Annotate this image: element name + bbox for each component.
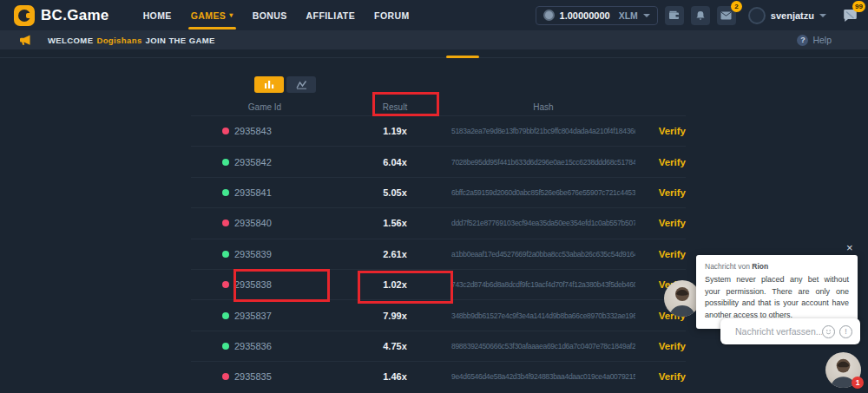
bcgame-logo-icon [14, 5, 35, 26]
status-dot [222, 128, 229, 134]
status-dot [222, 251, 229, 258]
result-value: 1.19x [339, 126, 451, 136]
bell-icon [695, 10, 706, 21]
game-id: 2935836 [234, 341, 272, 351]
game-id: 2935835 [234, 371, 272, 382]
chevron-down-icon [643, 14, 650, 17]
nav-item[interactable]: HOME [134, 0, 181, 30]
header-hash: Hash [451, 102, 635, 112]
chat-panel-toggle[interactable]: 99 [840, 6, 859, 25]
user-menu[interactable]: svenjatzu [748, 7, 826, 24]
bcgame-logo[interactable]: BC.Game [14, 5, 109, 26]
game-id: 2935838 [234, 279, 272, 290]
result-value: 1.46x [339, 371, 451, 382]
chat-message-text: System never placed any bet without your… [705, 274, 849, 321]
status-dot [222, 312, 229, 319]
nav-item-label: GAMES [191, 10, 227, 21]
result-value: 5.05x [339, 187, 451, 198]
status-dot [222, 373, 229, 380]
game-history-table: Game Id Result Hash 2935843 1.19x 5183a2… [191, 98, 686, 392]
table-row: 2935836 4.75x 8988392450666c53f30afaaaea… [191, 331, 686, 361]
nav-item[interactable]: GAMES ▾ [181, 0, 243, 30]
hash-value: 8988392450666c53f30afaaaea69c1d6a7c0407e… [451, 342, 635, 350]
chat-badge: 99 [852, 1, 865, 12]
status-dot [222, 159, 229, 166]
verify-link[interactable]: Verify [635, 341, 686, 351]
status-dot [222, 219, 229, 226]
wallet-button[interactable] [665, 6, 684, 25]
chat-message-input[interactable] [720, 326, 822, 337]
result-value: 1.02x [339, 279, 451, 290]
nav-item-label: FORUM [374, 10, 410, 21]
logo-text: BC.Game [41, 7, 109, 24]
table-row: 2935838 1.02x 743c2d874b6d8a8dcdf9fc19ac… [191, 269, 686, 299]
chat-sender-avatar[interactable] [664, 280, 700, 317]
header-game-id: Game Id [191, 102, 339, 112]
emoji-icon[interactable] [822, 325, 835, 338]
result-value: 2.61x [339, 249, 451, 259]
user-avatar [748, 7, 766, 24]
nav-item[interactable]: BONUS [243, 0, 297, 30]
game-id: 2935843 [234, 126, 272, 136]
table-header-row: Game Id Result Hash [191, 98, 686, 115]
close-icon[interactable]: × [846, 242, 853, 253]
verify-link[interactable]: Verify [635, 249, 686, 259]
chat-input-box: ! [720, 318, 860, 344]
chevron-down-icon: ▾ [229, 11, 233, 19]
active-tab-indicator [446, 56, 479, 58]
status-dot [222, 343, 229, 350]
chevron-down-icon [819, 14, 826, 17]
table-row: 2935841 5.05x 6bffc2a59159d2060d0abc85f5… [191, 177, 686, 207]
game-id: 2935839 [234, 249, 272, 259]
verify-link[interactable]: Verify [635, 157, 686, 167]
top-bar: BC.Game HOME GAMES ▾ BONUS AFFILIATE [0, 0, 868, 30]
welcome-bar: WELCOME Dogishans JOIN THE GAME ? Help [0, 30, 868, 49]
table-row: 2935840 1.56x ddd7f521e87769103ecf94ea35… [191, 207, 686, 238]
balance-selector[interactable]: 1.00000000 XLM [536, 6, 658, 25]
hash-value: 5183a2ea7e9d8e13fb79bbf21bc9ffc804dada4a… [451, 127, 635, 135]
game-id: 2935837 [234, 311, 272, 321]
info-icon[interactable]: ! [839, 325, 852, 338]
tab-strip [0, 49, 868, 58]
messages-button[interactable]: 2 [717, 6, 736, 25]
person-avatar-image [664, 280, 700, 317]
result-value: 7.99x [339, 311, 451, 321]
megaphone-icon [19, 35, 32, 46]
table-row: 2935842 6.04x 7028be95dd95f441b633d6d296… [191, 146, 686, 176]
hash-value: 7028be95dd95f441b633d6d296e0ae15cc6238dd… [451, 158, 635, 167]
table-row: 2935837 7.99x 348bb9db61527e4c9f3e4a1414… [191, 299, 686, 330]
verify-link[interactable]: Verify [635, 126, 686, 136]
view-toggles [254, 76, 868, 93]
main-nav: HOME GAMES ▾ BONUS AFFILIATE FORUM [134, 0, 419, 30]
trend-view-button[interactable] [286, 76, 316, 93]
chat-launcher[interactable]: 1 [825, 352, 861, 388]
result-value: 1.56x [339, 218, 451, 228]
bar-view-button[interactable] [254, 76, 284, 93]
help-link[interactable]: ? Help [797, 35, 832, 46]
nav-item-label: BONUS [253, 10, 287, 21]
help-label: Help [812, 35, 832, 45]
hash-value: 6bffc2a59159d2060d0abc85f526e6be676e5590… [451, 188, 635, 197]
hash-value: 743c2d874b6d8a8dcdf9fc19acf4d70f74f12a38… [451, 280, 635, 289]
notifications-button[interactable] [691, 6, 710, 25]
mail-badge: 2 [731, 1, 742, 12]
welcome-username[interactable]: Dogishans [96, 36, 141, 45]
hash-value: ddd7f521e87769103ecf94ea35da50ee354efd1c… [451, 219, 635, 227]
join-text: JOIN THE GAME [146, 36, 215, 45]
nav-item[interactable]: AFFILIATE [297, 0, 365, 30]
result-value: 6.04x [339, 157, 451, 167]
wallet-icon [668, 10, 680, 20]
unread-count-badge: 1 [852, 377, 864, 389]
welcome-text: WELCOME [48, 36, 93, 45]
hash-value: 348bb9db61527e4c9f3e4a1414d9b8ba66ce8970… [451, 311, 635, 320]
chat-message-from: Nachricht von Rion [705, 262, 849, 271]
verify-link[interactable]: Verify [635, 218, 686, 228]
nav-item[interactable]: FORUM [365, 0, 419, 30]
username: svenjatzu [771, 10, 814, 21]
table-body: 2935843 1.19x 5183a2ea7e9d8e13fb79bbf21b… [191, 115, 686, 392]
verify-link[interactable]: Verify [635, 187, 686, 198]
game-id: 2935841 [234, 187, 272, 198]
table-row: 2935843 1.19x 5183a2ea7e9d8e13fb79bbf21b… [191, 115, 686, 146]
bar-chart-icon [264, 80, 275, 89]
verify-link[interactable]: Verify [635, 371, 686, 382]
